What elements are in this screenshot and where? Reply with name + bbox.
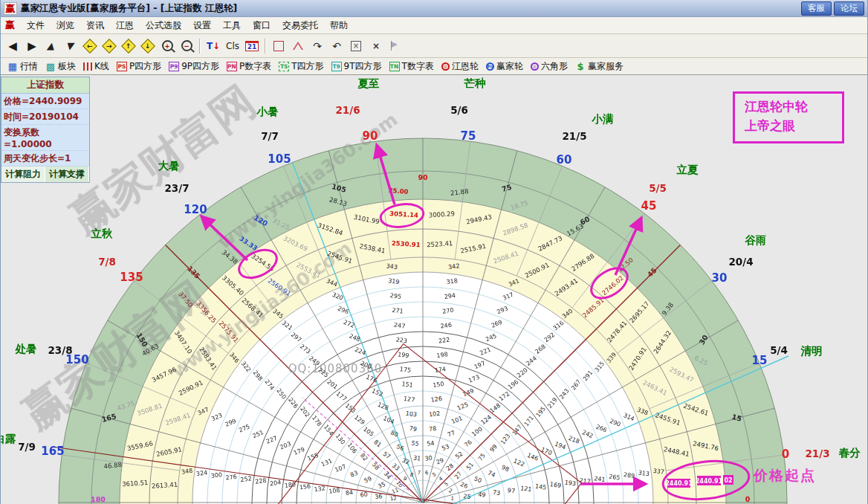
cls-button[interactable]: Cls	[224, 37, 242, 55]
box-x-button[interactable]: ×	[347, 37, 365, 55]
module-行情[interactable]: ▦行情	[6, 59, 39, 74]
module-P四方形[interactable]: PSP四方形	[115, 59, 163, 74]
degree-label-105: 105	[268, 152, 291, 166]
menu-窗口[interactable]: 窗口	[247, 19, 276, 32]
dollar-icon: $	[575, 62, 586, 71]
rect-tool-button[interactable]	[270, 37, 288, 55]
svg-text:49: 49	[478, 491, 486, 498]
menu-公式选股[interactable]: 公式选股	[140, 19, 187, 32]
solar-term-夏至: 夏至	[357, 77, 380, 89]
module-赢家服务[interactable]: $赢家服务	[574, 59, 625, 74]
time-axis-icon: T↓	[207, 41, 220, 51]
rotate-ccw-button[interactable]: ↶	[328, 37, 346, 55]
rotate-cw-button[interactable]: ↷	[308, 37, 326, 55]
module-板块[interactable]: ▩板块	[44, 59, 77, 74]
svg-text:55: 55	[411, 440, 419, 448]
solar-date: 21/5	[562, 130, 586, 142]
solar-term-大暑: 大暑	[158, 160, 180, 172]
diamond-left-button[interactable]: ←	[81, 37, 99, 55]
rotate-ccw-icon: ↶	[332, 40, 341, 52]
module-T数字表[interactable]: TNT数字表	[388, 59, 435, 74]
kite-up-icon: ▲	[46, 40, 56, 51]
box-ps-icon: PS	[117, 62, 127, 71]
annotation-line1: 江恩轮中轮	[745, 97, 842, 116]
svg-text:0: 0	[745, 495, 751, 503]
module-江恩轮[interactable]: ◎江恩轮	[440, 59, 480, 74]
calendar-button[interactable]: 21	[243, 37, 261, 55]
solar-term-芒种: 芒种	[464, 77, 487, 89]
svg-text:54: 54	[427, 440, 435, 448]
menu-江恩[interactable]: 江恩	[110, 19, 140, 32]
time-axis-button[interactable]: T↓	[204, 37, 222, 55]
module-label: K线	[94, 60, 109, 73]
forward-button[interactable]: ▶	[23, 37, 41, 55]
module-T四方形[interactable]: TST四方形	[277, 59, 325, 74]
module-9T四方形[interactable]: T99T四方形	[330, 59, 383, 74]
module-label: T四方形	[291, 60, 323, 73]
solar-term-立夏: 立夏	[676, 164, 699, 175]
panel-button-计算支撑[interactable]: 计算支撑	[45, 167, 89, 182]
zoom-in-button[interactable]: +	[158, 37, 176, 55]
module-P数字表[interactable]: PNP数字表	[225, 59, 273, 74]
chart-area[interactable]: 赢家财富网赢家财富网www.yingjia360.comwww.yingjia3…	[1, 75, 868, 504]
svg-text:79: 79	[409, 425, 417, 433]
degree-label-150: 150	[65, 353, 88, 366]
degree-label-15: 15	[752, 354, 768, 367]
diamond-right-icon: →	[102, 39, 117, 54]
solar-term-清明: 清明	[800, 345, 823, 357]
grid-icon: ▦	[7, 62, 18, 71]
solar-term-春分: 春分	[838, 447, 861, 459]
module-label: 江恩轮	[452, 60, 479, 73]
triangle-tool-button[interactable]	[289, 37, 307, 55]
panel-button-计算阻力[interactable]: 计算阻力	[1, 167, 45, 182]
menu-帮助[interactable]: 帮助	[324, 19, 354, 32]
module-label: P数字表	[239, 60, 271, 73]
diamond-left-icon: ←	[82, 39, 97, 54]
menu-items: 文件浏览资讯江恩公式选股设置工具窗口交易委托帮助	[21, 19, 354, 32]
kite-up-button[interactable]: ▲	[42, 37, 60, 55]
degree-label-0: 0	[782, 448, 789, 461]
module-9P四方形[interactable]: P99P四方形	[167, 59, 221, 74]
module-六角形[interactable]: ◎六角形	[529, 59, 569, 74]
svg-text:2440.91: 2440.91	[665, 480, 693, 487]
menu-设置[interactable]: 设置	[187, 19, 217, 32]
zoom-out-icon: −	[181, 40, 192, 51]
svg-text:25: 25	[463, 493, 471, 500]
titlebar-button-客服[interactable]: 客服	[801, 1, 832, 16]
module-赢家轮[interactable]: Big赢家轮	[485, 59, 525, 74]
triangle-tool-icon	[293, 42, 303, 50]
titlebar-button-论坛[interactable]: 论坛	[834, 1, 864, 16]
titlebar-buttons: 客服论坛	[799, 1, 864, 16]
degree-label-120: 120	[184, 203, 207, 216]
menu-交易委托[interactable]: 交易委托	[276, 19, 324, 32]
panel-buttons: 计算阻力计算支撑	[1, 167, 89, 182]
center-mark-button[interactable]: ×	[366, 37, 384, 55]
flag-button[interactable]	[386, 37, 404, 55]
menu-浏览[interactable]: 浏览	[51, 19, 80, 32]
kite-down-button[interactable]: ▼	[62, 37, 80, 55]
center-mark-icon: ×	[372, 41, 378, 51]
flag-icon	[391, 41, 399, 51]
title-bar: 赢 赢家江恩专业版[赢家服务平台] - [上证指数 江恩轮] 客服论坛	[1, 0, 867, 17]
menu-文件[interactable]: 文件	[21, 19, 51, 32]
back-button[interactable]: ◀	[4, 37, 22, 55]
blocks-icon: ▩	[45, 62, 56, 71]
gann-eye-annotation-box: 江恩轮中轮 上帝之眼	[733, 91, 844, 143]
degree-label-135: 135	[120, 271, 143, 284]
menu-logo-icon: 赢	[5, 19, 15, 32]
menu-bar: 赢 文件浏览资讯江恩公式选股设置工具窗口交易委托帮助	[1, 17, 867, 34]
svg-text:84: 84	[345, 489, 353, 497]
zoom-out-button[interactable]: −	[178, 37, 195, 55]
panel-row-3: 周天变化步长=1	[1, 151, 89, 167]
menu-工具[interactable]: 工具	[217, 19, 247, 32]
diamond-down-button[interactable]: ↓	[139, 37, 157, 55]
diamond-up-button[interactable]: ↑	[120, 37, 137, 55]
diamond-right-button[interactable]: →	[100, 37, 118, 55]
menu-资讯[interactable]: 资讯	[80, 19, 110, 32]
solar-term-小暑: 小暑	[256, 106, 279, 117]
diamond-down-icon: ↓	[140, 39, 155, 54]
svg-text:73: 73	[492, 489, 500, 497]
solar-date: 20/4	[728, 256, 753, 268]
module-K线[interactable]: K线	[82, 59, 111, 74]
solar-term-谷雨: 谷雨	[745, 234, 767, 246]
